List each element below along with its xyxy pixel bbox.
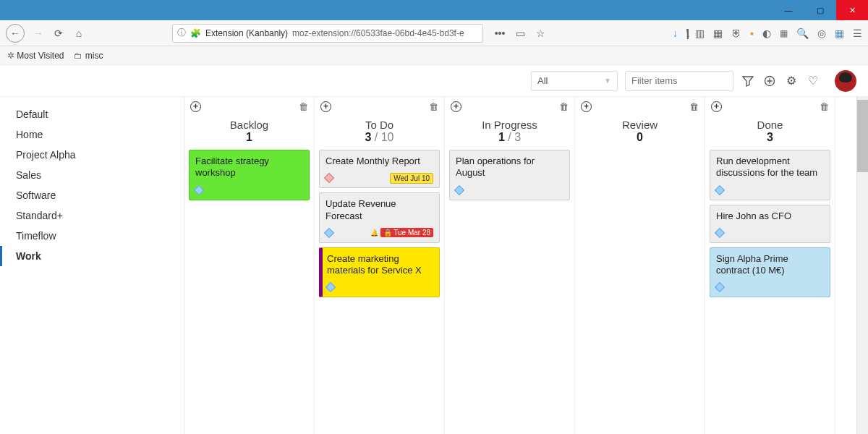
card[interactable]: Facilitate strategy workshop (189, 150, 310, 200)
reader-icon[interactable]: ▭ (514, 27, 527, 40)
addon-3-icon[interactable]: ◎ (817, 27, 826, 39)
bookmarks-bar: ✲ Most Visited 🗀 misc (0, 46, 868, 65)
card[interactable]: Update Revenue Forecast🔔🔒 Tue Mar 28 (319, 192, 440, 243)
sidebar-item-timeflow[interactable]: Timeflow (0, 226, 184, 246)
card-title: Plan operations for August (456, 156, 563, 179)
column-header: In Progress1 / 3 (445, 116, 574, 145)
column-done: +🗑Done3Run development discussions for t… (705, 97, 835, 434)
bookmark-star-icon[interactable]: ☆ (534, 27, 547, 40)
column-count: 1 / 3 (445, 131, 574, 144)
filter-input[interactable] (625, 71, 733, 91)
sidebar-item-default[interactable]: Default (0, 104, 184, 124)
add-card-button[interactable]: + (711, 101, 722, 112)
sync-icon[interactable]: ▦ (713, 27, 723, 39)
column-title: To Do (315, 119, 444, 131)
gear-icon: ✲ (7, 51, 14, 61)
column-backlog: +🗑Backlog1Facilitate strategy workshop (184, 97, 315, 434)
favorite-icon[interactable]: ♡ (806, 74, 820, 88)
bookmark-misc[interactable]: 🗀 misc (74, 51, 103, 61)
window-close-button[interactable]: ✕ (836, 0, 868, 20)
url-text: moz-extension://60533fae-06bd-4e45-bd3f-… (292, 28, 478, 38)
sidebar-item-software[interactable]: Software (0, 185, 184, 205)
column-count: 0 (575, 131, 705, 144)
back-button[interactable]: ← (6, 24, 25, 43)
add-card-button[interactable]: + (451, 101, 461, 112)
addon-2-icon[interactable]: ◐ (762, 27, 771, 39)
card[interactable]: Create Monthly ReportWed Jul 10 (319, 150, 440, 188)
card[interactable]: Create marketing materials for Service X (319, 247, 440, 298)
priority-diamond-icon (454, 184, 464, 195)
card-footer (327, 282, 433, 292)
delete-column-button[interactable]: 🗑 (820, 101, 829, 112)
addon-1-icon[interactable]: ▪ (750, 27, 754, 39)
card-title: Run development discussions for the team (716, 156, 824, 179)
sidebar-icon[interactable]: ▥ (695, 27, 705, 39)
sidebar-item-work[interactable]: Work (0, 246, 184, 266)
shield-icon[interactable]: ⛨ (731, 27, 741, 39)
card-title: Create Monthly Report (326, 156, 433, 167)
extension-label: Extension (Kanbanly) (205, 28, 288, 38)
add-card-button[interactable]: + (190, 101, 201, 112)
priority-diamond-icon (326, 282, 336, 292)
settings-icon[interactable]: ⚙ (784, 74, 799, 88)
card[interactable]: Plan operations for August (449, 150, 570, 200)
cards-container (575, 145, 705, 154)
add-button[interactable] (762, 74, 777, 88)
card-footer: 🔔🔒 Tue Mar 28 (326, 228, 433, 238)
sidebar-item-standard-[interactable]: Standard+ (0, 205, 184, 226)
bookmark-label: misc (85, 51, 103, 61)
bell-icon: 🔔 (370, 229, 378, 237)
column-header: Review0 (575, 116, 705, 145)
home-button[interactable]: ⌂ (72, 27, 85, 40)
add-card-button[interactable]: + (581, 101, 592, 112)
priority-diamond-icon (715, 184, 725, 195)
column-bar: +🗑 (184, 97, 314, 116)
delete-column-button[interactable]: 🗑 (299, 101, 308, 112)
column-review: +🗑Review0 (575, 97, 705, 434)
avatar[interactable] (835, 70, 856, 92)
apps-icon[interactable]: ▦ (780, 28, 788, 38)
sidebar-item-project-alpha[interactable]: Project Alpha (0, 145, 184, 165)
browser-navbar: ← → ⟳ ⌂ ⓘ 🧩 Extension (Kanbanly) moz-ext… (0, 20, 868, 46)
bookmark-most-visited[interactable]: ✲ Most Visited (7, 51, 64, 61)
downloads-icon[interactable]: ↓ (673, 27, 678, 39)
filter-dropdown[interactable]: All ▼ (531, 71, 618, 91)
column-count: 3 / 10 (315, 131, 444, 144)
card-footer: Wed Jul 10 (326, 173, 433, 183)
column-title: In Progress (445, 119, 574, 131)
window-minimize-button[interactable]: — (773, 0, 804, 20)
main-area: DefaultHomeProject AlphaSalesSoftwareSta… (0, 97, 868, 434)
folder-icon: 🗀 (74, 51, 82, 61)
card[interactable]: Hire John as CFO (710, 205, 830, 243)
vertical-scrollbar[interactable] (856, 97, 868, 434)
zoom-icon[interactable]: 🔍 (796, 27, 809, 39)
card-title: Sign Alpha Prime contract (10 M€) (716, 253, 824, 277)
sidebar-item-home[interactable]: Home (0, 124, 184, 145)
forward-button[interactable]: → (32, 27, 45, 40)
page-actions-icon[interactable]: ••• (493, 27, 506, 40)
column-header: To Do3 / 10 (315, 116, 444, 145)
column-count: 1 (184, 131, 314, 144)
menu-icon[interactable]: ☰ (853, 27, 862, 39)
sidebar-item-sales[interactable]: Sales (0, 165, 184, 185)
delete-column-button[interactable]: 🗑 (689, 101, 699, 112)
priority-diamond-icon (324, 173, 334, 183)
calendar-icon[interactable]: ▦ (835, 27, 844, 39)
window-maximize-button[interactable]: ▢ (804, 0, 836, 20)
scrollbar-thumb[interactable] (857, 100, 868, 172)
url-bar[interactable]: ⓘ 🧩 Extension (Kanbanly) moz-extension:/… (172, 24, 483, 43)
card[interactable]: Run development discussions for the team (710, 150, 830, 200)
add-card-button[interactable]: + (320, 101, 331, 112)
column-header: Backlog1 (184, 116, 314, 145)
card[interactable]: Sign Alpha Prime contract (10 M€) (710, 247, 830, 298)
card-title: Hire John as CFO (716, 210, 824, 222)
reload-button[interactable]: ⟳ (52, 27, 65, 40)
card-footer (716, 228, 824, 238)
info-icon[interactable]: ⓘ (177, 27, 186, 39)
filter-icon[interactable] (741, 74, 755, 88)
delete-column-button[interactable]: 🗑 (429, 101, 438, 112)
priority-diamond-icon (324, 228, 334, 238)
delete-column-button[interactable]: 🗑 (559, 101, 569, 112)
dropdown-value: All (537, 75, 548, 86)
cards-container: Plan operations for August (445, 145, 574, 205)
